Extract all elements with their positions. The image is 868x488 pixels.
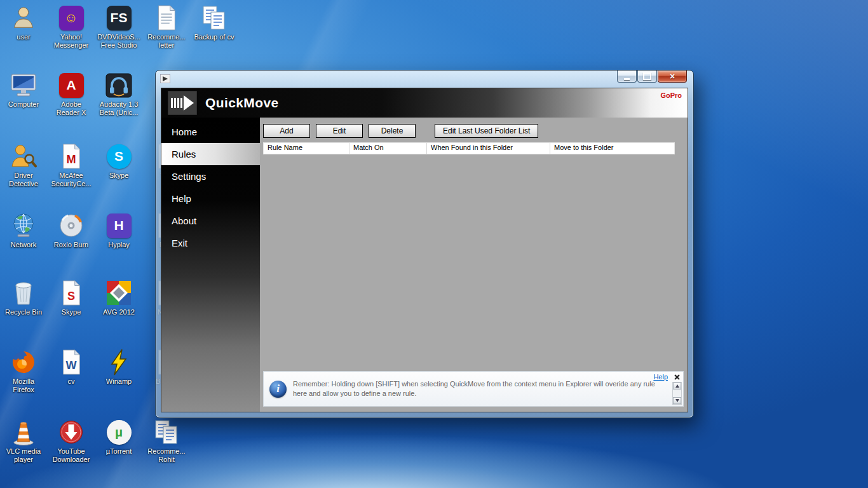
desktop-icon-network[interactable]: Network: [0, 212, 47, 249]
menu-item-rules[interactable]: Rules: [161, 143, 260, 165]
desktop-icon-roxio-burn[interactable]: Roxio Burn: [48, 212, 95, 249]
youtube-downloader-icon: [57, 418, 86, 446]
edit-last-used-folder-list-button[interactable]: Edit Last Used Folder List: [435, 124, 538, 138]
rules-table-header: Rule NameMatch OnWhen Found in this Fold…: [263, 142, 675, 154]
recommendation-letter-icon: [152, 4, 181, 32]
desktop-icon-user[interactable]: user: [0, 4, 47, 41]
desktop-icon-label: AVG 2012: [103, 308, 135, 316]
desktop-icon-label: Winamp: [106, 377, 132, 386]
desktop-icon-mozilla-firefox[interactable]: Mozilla Firefox: [0, 348, 47, 394]
menu-item-settings[interactable]: Settings: [161, 165, 260, 187]
minimize-button[interactable]: [617, 71, 637, 83]
desktop-icon-label: Adobe Reader X: [57, 100, 86, 117]
desktop-icon-cv[interactable]: Wcv: [48, 348, 95, 386]
desktop-icon-label: Mozilla Firefox: [13, 377, 34, 394]
close-button[interactable]: ×: [658, 71, 687, 83]
help-link[interactable]: Help: [653, 373, 668, 381]
desktop-icon-dvdvideosoft-free-studio[interactable]: FSDVDVideoS... Free Studio: [95, 4, 142, 50]
edit-button[interactable]: Edit: [316, 124, 363, 138]
desktop-icon-mcafee-securitycenter[interactable]: MMcAfee SecurityCe...: [48, 142, 95, 188]
desktop-icon-adobe-reader-x[interactable]: AAdobe Reader X: [48, 71, 95, 117]
gopro-link[interactable]: GoPro: [660, 92, 682, 99]
user-icon: [9, 4, 38, 32]
adobe-reader-x-icon: A: [57, 71, 86, 99]
menu-item-exit[interactable]: Exit: [161, 232, 260, 254]
desktop-icon-label: McAfee SecurityCe...: [51, 172, 92, 188]
computer-icon: [9, 71, 38, 99]
desktop-icon-hyplay[interactable]: HHyplay: [95, 212, 142, 249]
driver-detective-icon: [9, 142, 38, 170]
svg-text:S: S: [67, 290, 75, 302]
winamp-icon: [104, 348, 133, 376]
desktop-icon-label: Audacity 1.3 Beta (Unic...: [100, 100, 139, 117]
recycle-bin-icon: [9, 279, 38, 307]
desktop-icon-label: Skype: [109, 172, 129, 180]
menu-item-about[interactable]: About: [161, 210, 260, 232]
desktop-icon-skype-setup[interactable]: SSkype: [48, 279, 95, 316]
maximize-icon: [643, 72, 651, 80]
scroll-up-button[interactable]: [673, 383, 681, 390]
delete-button[interactable]: Delete: [369, 124, 416, 138]
info-close-icon[interactable]: [672, 373, 682, 381]
menu-item-home[interactable]: Home: [161, 121, 260, 143]
rules-content: AddEditDeleteEdit Last Used Folder List …: [260, 118, 688, 412]
menu-item-help[interactable]: Help: [161, 187, 260, 210]
column-header-match-on: Match On: [349, 143, 427, 154]
desktop-icon-label: Hyplay: [108, 241, 130, 249]
desktop-icon-label: Driver Detective: [9, 172, 38, 188]
desktop-icon-label: DVDVideoS... Free Studio: [97, 33, 140, 50]
desktop-icon-label: µTorrent: [106, 447, 132, 456]
desktop-icon-computer[interactable]: Computer: [0, 71, 47, 109]
column-header-when-found-in-this-folder: When Found in this Folder: [427, 143, 550, 154]
rules-toolbar: AddEditDeleteEdit Last Used Folder List: [263, 124, 684, 138]
desktop-icon-audacity[interactable]: Audacity 1.3 Beta (Unic...: [95, 71, 142, 117]
desktop-icon-vlc-media-player[interactable]: VLC media player: [0, 418, 47, 464]
app-title: QuickMove: [205, 95, 279, 111]
utorrent-icon: µ: [104, 418, 133, 446]
caption-buttons: ×: [616, 71, 687, 83]
info-icon: i: [269, 381, 287, 398]
minimize-icon: [624, 78, 630, 80]
window-titlebar[interactable]: ×: [156, 71, 693, 88]
hyplay-icon: H: [104, 212, 133, 240]
desktop-icon-recommendation-rohit[interactable]: Recomme... Rohit: [143, 418, 190, 464]
desktop-icon-label: Roxio Burn: [54, 241, 88, 249]
maximize-button[interactable]: [637, 71, 657, 83]
desktop-icon-yahoo-messenger[interactable]: ☺Yahoo! Messenger: [48, 4, 95, 50]
desktop-icon-youtube-downloader[interactable]: YouTube Downloader: [48, 418, 95, 464]
skype-icon: S: [104, 142, 133, 170]
desktop-icon-label: VLC media player: [6, 447, 41, 464]
desktop-icon-label: Backup of cv: [194, 33, 234, 41]
info-scrollbar[interactable]: [672, 382, 682, 405]
close-icon: ×: [670, 72, 675, 81]
app-body: HomeRulesSettingsHelpAboutExit AddEditDe…: [161, 118, 688, 412]
svg-text:W: W: [65, 359, 77, 372]
scroll-down-button[interactable]: [673, 397, 681, 404]
desktop-icon-recycle-bin[interactable]: Recycle Bin: [0, 279, 47, 316]
recommendation-rohit-icon: [152, 418, 181, 446]
dvdvideosoft-free-studio-icon: FS: [104, 4, 133, 32]
desktop-icon-skype[interactable]: SSkype: [95, 142, 142, 180]
vlc-media-player-icon: [9, 418, 38, 446]
rules-table-body[interactable]: [263, 154, 684, 371]
nav-menu: HomeRulesSettingsHelpAboutExit: [161, 118, 260, 412]
desktop-icon-label: Recomme... Rohit: [147, 447, 185, 464]
desktop-icon-label: YouTube Downloader: [53, 447, 90, 464]
desktop-icon-label: Recomme... letter: [147, 33, 185, 50]
desktop-icon-recommendation-letter[interactable]: Recomme... letter: [143, 4, 190, 50]
desktop-icon-backup-of-cv[interactable]: Backup of cv: [191, 4, 238, 41]
desktop-icon-utorrent[interactable]: µµTorrent: [95, 418, 142, 456]
desktop-icon-label: Yahoo! Messenger: [54, 33, 88, 50]
desktop-icon-driver-detective[interactable]: Driver Detective: [0, 142, 47, 188]
window-app-icon: [160, 74, 170, 86]
desktop-icon-avg-2012[interactable]: AVG 2012: [95, 279, 142, 316]
column-header-move-to-this-folder: Move to this Folder: [550, 143, 674, 154]
desktop-icon-winamp[interactable]: Winamp: [95, 348, 142, 386]
arrow-down-icon: [675, 399, 679, 402]
quickmove-logo-icon: [168, 91, 197, 115]
quickmove-window: × QuickMove GoPro HomeRulesSettingsHelpA…: [155, 70, 694, 418]
desktop-icon-label: Network: [11, 241, 36, 249]
desktop-icon-label: Computer: [8, 100, 39, 109]
avg-2012-icon: [104, 279, 133, 307]
add-button[interactable]: Add: [263, 124, 310, 138]
